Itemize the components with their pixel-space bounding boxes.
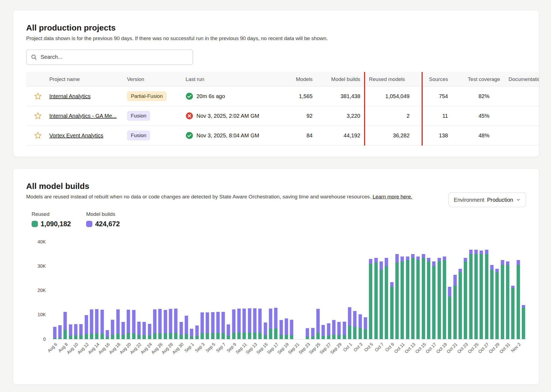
chart-bar-aug-15[interactable] bbox=[99, 242, 105, 339]
chart-bar-oct-2[interactable] bbox=[352, 242, 358, 339]
chart-bar-oct-8[interactable] bbox=[384, 242, 389, 339]
chart-bar-sep-16[interactable] bbox=[268, 242, 273, 339]
chart-bar-sep-5[interactable]: Sep 5 bbox=[210, 242, 215, 339]
chart-bar-sep-26[interactable] bbox=[321, 242, 326, 339]
favorite-cell[interactable] bbox=[26, 92, 49, 100]
chart-bar-sep-12[interactable] bbox=[247, 242, 252, 339]
chart-bar-aug-18[interactable]: Aug 18 bbox=[115, 242, 120, 339]
chart-bar-oct-30[interactable] bbox=[500, 242, 505, 339]
chart-bar-sep-20[interactable] bbox=[289, 242, 294, 339]
chart-bar-oct-3[interactable]: Oct 3 bbox=[358, 242, 363, 339]
chart-bar-sep-7[interactable]: Sep 7 bbox=[221, 242, 226, 339]
chart-bar-aug-6[interactable]: Aug 6 bbox=[52, 242, 57, 339]
chart-bar-sep-2[interactable] bbox=[194, 242, 199, 339]
chart-bar-sep-3[interactable]: Sep 3 bbox=[199, 242, 205, 339]
chart-bar-oct-11[interactable]: Oct 11 bbox=[400, 242, 405, 339]
project-name-link[interactable]: Vortex Event Analytics bbox=[49, 132, 103, 138]
chart-bar-sep-17[interactable]: Sep 17 bbox=[273, 242, 278, 339]
chart-bar-sep-10[interactable] bbox=[236, 242, 241, 339]
chart-bar-oct-24[interactable] bbox=[468, 242, 473, 339]
chart-bar-aug-19[interactable] bbox=[120, 242, 126, 339]
chart-bar-aug-27[interactable] bbox=[163, 242, 168, 339]
chart-bar-aug-13[interactable] bbox=[89, 242, 94, 339]
chart-bar-aug-31[interactable] bbox=[184, 242, 189, 339]
chart-bar-aug-22[interactable]: Aug 22 bbox=[136, 242, 141, 339]
chart-bar-oct-28[interactable] bbox=[489, 242, 494, 339]
chart-bar-sep-23[interactable]: Sep 23 bbox=[305, 242, 310, 339]
chart-bar-aug-7[interactable] bbox=[57, 242, 62, 339]
chart-bar-nov-2[interactable]: Nov 2 bbox=[516, 242, 521, 339]
search-input[interactable] bbox=[41, 54, 188, 60]
chart-bar-sep-8[interactable] bbox=[226, 242, 231, 339]
project-name-link[interactable]: Internal Analytics bbox=[49, 93, 90, 99]
chart-bar-sep-27[interactable]: Sep 27 bbox=[326, 242, 331, 339]
chart-bar-oct-16[interactable] bbox=[426, 242, 431, 339]
chart-bar-sep-28[interactable] bbox=[331, 242, 336, 339]
chart-bar-aug-16[interactable]: Aug 16 bbox=[105, 242, 110, 339]
star-icon[interactable] bbox=[34, 92, 42, 100]
chart-bar-oct-9[interactable]: Oct 9 bbox=[389, 242, 394, 339]
chart-bar-sep-14[interactable] bbox=[258, 242, 263, 339]
chart-bar-nov-1[interactable] bbox=[510, 242, 516, 339]
chart-bar-sep-9[interactable]: Sep 9 bbox=[231, 242, 236, 339]
chart-bar-sep-11[interactable]: Sep 11 bbox=[242, 242, 247, 339]
chart-bar-oct-5[interactable]: Oct 5 bbox=[368, 242, 373, 339]
chart-bar-aug-9[interactable] bbox=[68, 242, 73, 339]
chart-bar-oct-25[interactable]: Oct 25 bbox=[473, 242, 479, 339]
chart-bar-sep-29[interactable]: Sep 29 bbox=[337, 242, 342, 339]
star-icon[interactable] bbox=[34, 132, 42, 139]
chart-bar-sep-4[interactable] bbox=[205, 242, 210, 339]
chart-bar-aug-14[interactable]: Aug 14 bbox=[94, 242, 99, 339]
chart-bar-oct-7[interactable]: Oct 7 bbox=[379, 242, 384, 339]
chart-bar-nov-3[interactable] bbox=[521, 242, 526, 339]
chart-bar-sep-25[interactable]: Sep 25 bbox=[315, 242, 320, 339]
chart-bar-oct-6[interactable] bbox=[373, 242, 379, 339]
chart-bar-oct-1[interactable]: Oct 1 bbox=[347, 242, 352, 339]
chart-bar-aug-30[interactable]: Aug 30 bbox=[178, 242, 184, 339]
chart-bar-oct-12[interactable] bbox=[405, 242, 410, 339]
chart-bar-sep-22[interactable] bbox=[299, 242, 305, 339]
search-box[interactable] bbox=[26, 50, 193, 65]
star-icon[interactable] bbox=[34, 112, 42, 120]
chart-bar-sep-6[interactable] bbox=[215, 242, 220, 339]
chart-bar-oct-10[interactable] bbox=[394, 242, 399, 339]
chart-bar-oct-4[interactable] bbox=[363, 242, 368, 339]
chart-bar-aug-17[interactable] bbox=[110, 242, 115, 339]
chart-bar-aug-24[interactable]: Aug 24 bbox=[147, 242, 152, 339]
chart-bar-oct-18[interactable] bbox=[437, 242, 442, 339]
chart-bar-aug-11[interactable] bbox=[78, 242, 84, 339]
chart-bar-oct-29[interactable]: Oct 29 bbox=[495, 242, 500, 339]
chart-bar-oct-19[interactable]: Oct 19 bbox=[442, 242, 447, 339]
environment-select[interactable]: Environment Production bbox=[449, 192, 526, 207]
chart-bar-aug-20[interactable]: Aug 20 bbox=[126, 242, 131, 339]
chart-bar-oct-27[interactable]: Oct 27 bbox=[484, 242, 489, 339]
chart-bar-oct-15[interactable]: Oct 15 bbox=[421, 242, 426, 339]
chart-bar-sep-18[interactable] bbox=[278, 242, 284, 339]
favorite-cell[interactable] bbox=[26, 132, 49, 139]
chart-bar-aug-8[interactable]: Aug 8 bbox=[63, 242, 68, 339]
chart-bar-aug-21[interactable] bbox=[131, 242, 136, 339]
project-name-link[interactable]: Internal Analytics - GA Me... bbox=[49, 113, 117, 119]
chart-bar-sep-13[interactable]: Sep 13 bbox=[252, 242, 257, 339]
chart-bar-sep-30[interactable] bbox=[342, 242, 347, 339]
chart-bar-oct-14[interactable] bbox=[416, 242, 421, 339]
chart-bar-sep-1[interactable]: Sep 1 bbox=[189, 242, 194, 339]
chart-bar-oct-20[interactable] bbox=[447, 242, 452, 339]
chart-bar-aug-28[interactable]: Aug 28 bbox=[168, 242, 173, 339]
chart-bar-oct-26[interactable] bbox=[479, 242, 484, 339]
chart-bar-oct-21[interactable]: Oct 21 bbox=[452, 242, 458, 339]
chart-bar-sep-21[interactable]: Sep 21 bbox=[294, 242, 299, 339]
chart-bar-aug-29[interactable] bbox=[173, 242, 178, 339]
chart-bar-oct-31[interactable]: Oct 31 bbox=[505, 242, 510, 339]
chart-bar-oct-17[interactable]: Oct 17 bbox=[431, 242, 437, 339]
chart-bar-aug-12[interactable]: Aug 12 bbox=[84, 242, 89, 339]
chart-bar-aug-25[interactable] bbox=[152, 242, 157, 339]
chart-bar-aug-10[interactable]: Aug 10 bbox=[73, 242, 78, 339]
chart-bar-aug-23[interactable] bbox=[142, 242, 147, 339]
chart-bar-sep-15[interactable]: Sep 15 bbox=[263, 242, 268, 339]
chart-bar-oct-13[interactable]: Oct 13 bbox=[410, 242, 415, 339]
chart-bar-sep-19[interactable]: Sep 19 bbox=[284, 242, 289, 339]
chart-bar-sep-24[interactable] bbox=[310, 242, 315, 339]
learn-more-link[interactable]: Learn more here. bbox=[373, 194, 412, 200]
favorite-cell[interactable] bbox=[26, 112, 49, 120]
